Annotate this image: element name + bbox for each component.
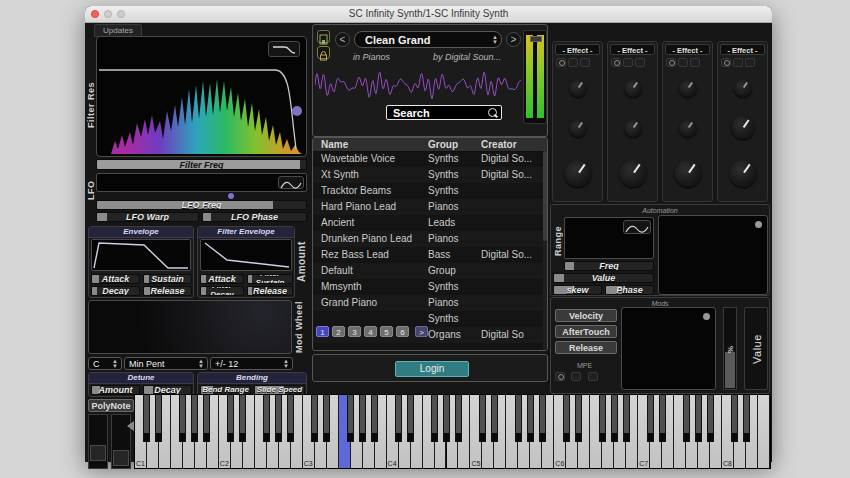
piano-black-key[interactable]: [287, 395, 294, 442]
lfo-waveform-display[interactable]: [96, 173, 307, 192]
effect-edit-icon[interactable]: [733, 58, 743, 67]
effect-knob[interactable]: [564, 160, 591, 187]
preset-row[interactable]: DefaultGroup: [313, 263, 544, 279]
piano-black-key[interactable]: [479, 395, 486, 442]
filter-type-button[interactable]: [268, 41, 300, 57]
page-button-4[interactable]: 4: [364, 326, 377, 337]
piano-black-key[interactable]: [515, 395, 522, 442]
effect-knob[interactable]: [569, 120, 586, 137]
automation-lfo-display[interactable]: [564, 217, 654, 259]
volume-slider-handle[interactable]: [530, 36, 542, 42]
mods-xy-pad[interactable]: [621, 307, 716, 390]
effect-knob[interactable]: [679, 120, 696, 137]
piano-black-key[interactable]: [611, 395, 618, 442]
effect-knob[interactable]: [569, 80, 586, 97]
preset-row[interactable]: Grand PianoPianos: [313, 295, 544, 311]
piano-black-key[interactable]: [647, 395, 654, 442]
preset-row[interactable]: Wavetable VoiceSynthsDigital So...: [313, 151, 544, 167]
effect-knob[interactable]: [729, 160, 756, 187]
automation-value-slider[interactable]: Value: [553, 273, 654, 283]
preset-row[interactable]: Rez Bass LeadBassDigital So...: [313, 247, 544, 263]
effect-knob[interactable]: [734, 80, 751, 97]
piano-black-key[interactable]: [311, 395, 318, 442]
preset-row[interactable]: Synths: [313, 311, 544, 327]
automation-phase-slider[interactable]: Phase: [605, 285, 654, 295]
effect-move-icon[interactable]: [580, 58, 590, 67]
effect-3-selector[interactable]: - Effect -: [665, 44, 710, 55]
mod-release-button[interactable]: Release: [555, 341, 617, 354]
piano-black-key[interactable]: [527, 395, 534, 442]
preset-row[interactable]: AncientLeads: [313, 215, 544, 231]
search-input[interactable]: Search: [386, 105, 502, 120]
piano-black-key[interactable]: [575, 395, 582, 442]
filter-res-slider[interactable]: Filter Res: [86, 55, 95, 155]
effect-power-icon[interactable]: [666, 58, 676, 67]
piano-black-key[interactable]: [371, 395, 378, 442]
fenv-release-slider[interactable]: Release: [247, 286, 293, 296]
piano-black-key[interactable]: [455, 395, 462, 442]
key-dropdown[interactable]: C▲▼: [88, 357, 122, 370]
mods-xy-handle[interactable]: [703, 313, 710, 320]
effect-knob[interactable]: [619, 160, 646, 187]
fenv-decay-slider[interactable]: Filter Decay: [200, 286, 244, 296]
env-attack-slider[interactable]: Attack: [91, 274, 140, 284]
piano-black-key[interactable]: [431, 395, 438, 442]
piano-black-key[interactable]: [563, 395, 570, 442]
output-meter[interactable]: [523, 30, 547, 124]
piano-black-key[interactable]: [143, 395, 150, 442]
piano-black-key[interactable]: [443, 395, 450, 442]
piano-black-key[interactable]: [227, 395, 234, 442]
list-scrollbar[interactable]: [543, 151, 547, 350]
automation-xy-pad[interactable]: [658, 215, 768, 295]
fenv-sustain-slider[interactable]: Filter Sustain: [247, 274, 293, 284]
piano-black-key[interactable]: [683, 395, 690, 442]
preset-row[interactable]: MmsynthSynths: [313, 279, 544, 295]
effect-2-selector[interactable]: - Effect -: [610, 44, 655, 55]
automation-shape-button[interactable]: [623, 220, 651, 234]
piano-black-key[interactable]: [491, 395, 498, 442]
effect-knob[interactable]: [674, 160, 701, 187]
mod-wheel-pad[interactable]: [88, 300, 292, 354]
piano-black-key[interactable]: [263, 395, 270, 442]
pitch-wheel-handle[interactable]: [90, 445, 106, 461]
lfo-shape-button[interactable]: [278, 176, 304, 189]
lfo-warp-slider[interactable]: LFO Warp: [96, 212, 199, 222]
piano-black-key[interactable]: [155, 395, 162, 442]
piano-black-key[interactable]: [347, 395, 354, 442]
piano-black-key[interactable]: [539, 395, 546, 442]
login-button[interactable]: Login: [395, 361, 469, 377]
preset-row[interactable]: Drunken Piano LeadPianos: [313, 231, 544, 247]
save-icon[interactable]: [317, 30, 330, 43]
column-group[interactable]: Group: [428, 139, 478, 150]
mod-velocity-button[interactable]: Velocity: [555, 309, 617, 322]
effect-power-icon[interactable]: [721, 58, 731, 67]
lock-icon[interactable]: [317, 46, 330, 59]
piano-black-key[interactable]: [191, 395, 198, 442]
piano-black-key[interactable]: [623, 395, 630, 442]
preset-row[interactable]: Tracktor BeamsSynths: [313, 183, 544, 199]
effect-move-icon[interactable]: [690, 58, 700, 67]
filter-freq-slider[interactable]: Filter Freq: [96, 159, 307, 170]
preset-selector[interactable]: Clean Grand ▲▼: [354, 31, 502, 48]
page-button-3[interactable]: 3: [348, 326, 361, 337]
keyboard[interactable]: C1C2C3C4C5C6C7C8: [134, 394, 771, 469]
effect-power-icon[interactable]: [556, 58, 566, 67]
effect-move-icon[interactable]: [635, 58, 645, 67]
effect-edit-icon[interactable]: [678, 58, 688, 67]
piano-black-key[interactable]: [239, 395, 246, 442]
automation-xy-handle[interactable]: [755, 221, 762, 228]
piano-black-key[interactable]: [743, 395, 750, 442]
effect-4-selector[interactable]: - Effect -: [720, 44, 765, 55]
env-sustain-slider[interactable]: Sustain: [143, 274, 192, 284]
piano-black-key[interactable]: [707, 395, 714, 442]
piano-black-key[interactable]: [659, 395, 666, 442]
piano-white-key[interactable]: [758, 395, 770, 468]
effect-move-icon[interactable]: [745, 58, 755, 67]
pitch-wheel[interactable]: [88, 414, 108, 469]
mpe-option-icon[interactable]: [588, 372, 598, 381]
lfo-phase-slider[interactable]: LFO Phase: [202, 212, 307, 222]
polynote-toggle[interactable]: PolyNote: [88, 399, 134, 412]
piano-black-key[interactable]: [407, 395, 414, 442]
env-release-slider[interactable]: Release: [143, 286, 192, 296]
titlebar[interactable]: SC Infinity Synth/1-SC Infinity Synth: [85, 6, 772, 23]
